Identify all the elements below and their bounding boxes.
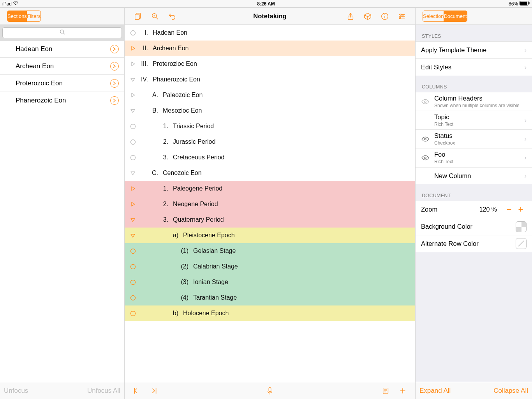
info-icon[interactable] <box>376 12 393 21</box>
column-row[interactable]: StatusCheckbox› <box>416 129 532 148</box>
row-text[interactable]: Proterozioc Eon <box>153 60 197 67</box>
row-handle-icon[interactable] <box>129 75 137 84</box>
row-text[interactable]: Quaternary Period <box>173 216 224 223</box>
column-row[interactable]: FooRich Text› <box>416 148 532 167</box>
apply-template-theme[interactable]: Apply Template Theme › <box>416 41 532 58</box>
row-handle-icon[interactable] <box>129 169 137 177</box>
outline-row[interactable]: B.Mesozioc Eon <box>125 103 415 118</box>
outline-row[interactable]: 3.Cretaceous Period <box>125 150 415 165</box>
search-input[interactable] <box>2 27 122 38</box>
settings-lines-icon[interactable] <box>393 12 410 21</box>
color-swatch-none[interactable] <box>516 238 527 249</box>
disclosure-icon[interactable] <box>110 96 119 105</box>
eye-icon[interactable] <box>421 155 430 161</box>
disclosure-icon[interactable] <box>110 79 119 88</box>
row-handle-icon[interactable] <box>129 184 137 193</box>
new-column[interactable]: New Column › <box>416 167 532 184</box>
outline-row[interactable]: (4)Tarantian Stage <box>125 290 415 305</box>
outline-row[interactable]: a)Pleistocene Epoch <box>125 228 415 243</box>
row-handle-icon[interactable] <box>129 153 137 162</box>
row-text[interactable]: Cretaceous Period <box>173 154 225 161</box>
row-handle-icon[interactable] <box>129 309 137 318</box>
outline-row[interactable]: (2)Calabrian Stage <box>125 259 415 274</box>
row-handle-icon[interactable] <box>129 215 137 224</box>
disclosure-icon[interactable] <box>110 62 119 71</box>
eye-icon[interactable] <box>421 136 430 142</box>
package-icon[interactable] <box>359 12 376 21</box>
row-handle-icon[interactable] <box>129 122 137 131</box>
documents-icon[interactable] <box>129 12 146 21</box>
inspector-segmented[interactable]: Selection Document <box>423 11 467 22</box>
outline-row[interactable]: A.Paleozoic Eon <box>125 87 415 103</box>
outline-row[interactable]: 2.Neogene Period <box>125 196 415 212</box>
add-icon[interactable] <box>394 387 411 395</box>
outline-row[interactable]: (1)Gelasian Stage <box>125 243 415 259</box>
search-doc-icon[interactable] <box>146 12 164 21</box>
share-icon[interactable] <box>342 12 359 21</box>
tab-sections[interactable]: Sections <box>7 11 27 21</box>
outline[interactable]: I.Hadean EonII.Archean EonIII.Proterozio… <box>125 25 415 382</box>
row-handle-icon[interactable] <box>129 60 137 68</box>
row-text[interactable]: Pleistocene Epoch <box>183 232 235 239</box>
outline-row[interactable]: 3.Quaternary Period <box>125 212 415 228</box>
row-handle-icon[interactable] <box>129 278 137 286</box>
row-text[interactable]: Mesozioc Eon <box>163 107 202 114</box>
row-text[interactable]: Gelasian Stage <box>193 247 236 254</box>
row-handle-icon[interactable] <box>129 293 137 302</box>
row-handle-icon[interactable] <box>129 200 137 208</box>
tab-selection[interactable]: Selection <box>423 11 444 21</box>
row-text[interactable]: Ionian Stage <box>193 279 228 286</box>
sidebar-item[interactable]: Hadean Eon <box>0 41 124 58</box>
row-text[interactable]: Paleogene Period <box>173 185 222 192</box>
row-text[interactable]: Hadean Eon <box>153 29 187 36</box>
row-handle-icon[interactable] <box>129 28 137 37</box>
outline-row[interactable]: b)Holocene Epoch <box>125 305 415 321</box>
outline-row[interactable]: C.Cenozoic Eon <box>125 165 415 181</box>
row-text[interactable]: Cenozoic Eon <box>163 169 202 177</box>
outline-row[interactable]: 1.Triassic Period <box>125 118 415 134</box>
unfocus-all-button[interactable]: Unfocus All <box>87 387 120 395</box>
edit-styles[interactable]: Edit Styles › <box>416 58 532 76</box>
outline-row[interactable]: I.Hadean Eon <box>125 25 415 41</box>
alternate-row-color[interactable]: Alternate Row Color <box>416 235 532 252</box>
outline-row[interactable]: 2.Jurassic Period <box>125 134 415 150</box>
collapse-all-button[interactable]: Collapse All <box>493 387 528 395</box>
row-handle-icon[interactable] <box>129 138 137 146</box>
tab-filters[interactable]: Filters <box>27 11 41 21</box>
row-text[interactable]: Tarantian Stage <box>193 294 237 301</box>
outline-row[interactable]: II.Archean Eon <box>125 41 415 56</box>
sidebar-item[interactable]: Archean Eon <box>0 58 124 75</box>
indent-icon[interactable] <box>146 387 163 395</box>
outline-row[interactable]: (3)Ionian Stage <box>125 274 415 290</box>
row-handle-icon[interactable] <box>129 44 137 53</box>
sidebar-item[interactable]: Phanerozoic Eon <box>0 92 124 109</box>
row-handle-icon[interactable] <box>129 231 137 240</box>
sidebar-segmented[interactable]: Sections Filters <box>7 11 41 22</box>
row-handle-icon[interactable] <box>129 106 137 115</box>
tab-document[interactable]: Document <box>444 11 467 21</box>
column-row[interactable]: TopicRich Text› <box>416 111 532 129</box>
zoom-minus[interactable]: − <box>503 205 515 215</box>
row-text[interactable]: Holocene Epoch <box>183 310 229 317</box>
disclosure-icon[interactable] <box>110 45 119 53</box>
expand-all-button[interactable]: Expand All <box>419 387 451 395</box>
note-icon[interactable] <box>377 387 394 395</box>
row-text[interactable]: Calabrian Stage <box>193 263 238 270</box>
column-headers-row[interactable]: Column Headers Shown when multiple colum… <box>416 92 532 111</box>
outdent-icon[interactable] <box>129 387 146 395</box>
row-handle-icon[interactable] <box>129 91 137 99</box>
color-swatch-checker[interactable] <box>516 221 527 232</box>
row-text[interactable]: Jurassic Period <box>173 138 215 145</box>
outline-row[interactable]: III.Proterozioc Eon <box>125 56 415 72</box>
row-handle-icon[interactable] <box>129 247 137 255</box>
row-handle-icon[interactable] <box>129 262 137 271</box>
row-text[interactable]: Neogene Period <box>173 201 218 208</box>
outline-row[interactable]: 1.Paleogene Period <box>125 181 415 196</box>
sidebar-item[interactable]: Proterozoic Eon <box>0 75 124 92</box>
row-text[interactable]: Paleozoic Eon <box>163 92 203 99</box>
unfocus-button[interactable]: Unfocus <box>4 387 28 395</box>
outline-row[interactable]: IV.Phanerozoic Eon <box>125 72 415 87</box>
row-text[interactable]: Triassic Period <box>173 123 214 130</box>
row-text[interactable]: Archean Eon <box>153 45 189 52</box>
undo-icon[interactable] <box>164 12 181 21</box>
